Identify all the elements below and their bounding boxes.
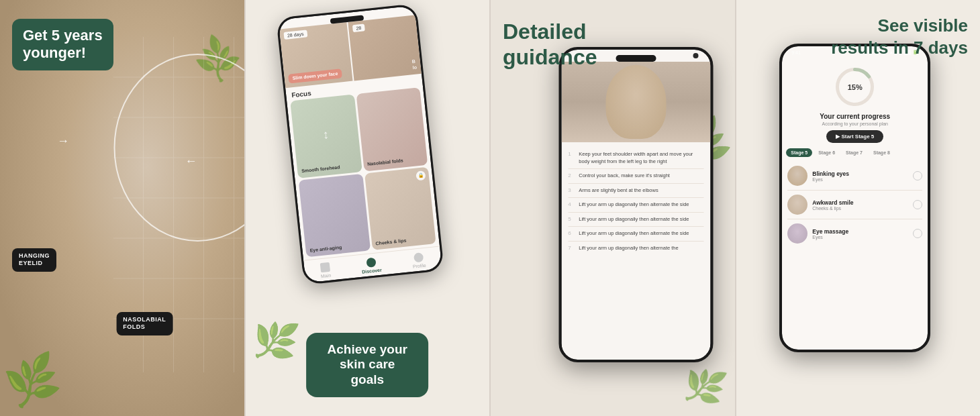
exercise-cat-awkward: Cheeks & lips	[812, 206, 908, 211]
grid-label-smooth: Smooth forehead	[301, 164, 340, 174]
exercise-thumb-blinking	[787, 166, 807, 186]
exercise-info-massage: Eye massage Eyes	[812, 228, 908, 240]
lock-icon: 🔒	[415, 170, 426, 180]
exercise-info-blinking: Blinking eyes Eyes	[812, 170, 908, 182]
leaf-panel2-left: 🌿	[248, 315, 301, 366]
days-badge-2: 28	[352, 23, 365, 32]
arrow-left: →	[57, 134, 69, 148]
step-2: 2 Control your back, make sure it's stra…	[568, 169, 703, 184]
panel-1-title: Get 5 years younger!	[12, 19, 113, 70]
stage-tab-5[interactable]: Stage 5	[786, 148, 812, 157]
progress-title: Your current progress	[787, 113, 922, 120]
exercise-cat-blinking: Eyes	[812, 177, 908, 182]
grid-label-eye: Eye anti-aging	[309, 244, 342, 254]
leaf-panel3-bottom: 🌿	[679, 362, 729, 411]
nasolabial-folds-label: NASOLABIAL FOLDS	[116, 312, 173, 335]
exercise-name-blinking: Blinking eyes	[812, 170, 908, 177]
exercise-item-awkward: Awkward smile Cheeks & lips	[787, 191, 922, 219]
grid-label-nasolabial: Nasolabial folds	[367, 158, 403, 168]
exercise-check-awkward	[913, 200, 922, 209]
step-3: 3 Arms are slightly bent at the elbows	[568, 184, 703, 199]
exercise-thumb-awkward	[787, 195, 807, 215]
phone-panel2: 28 days Slim down your face 28 Blo Focus…	[276, 3, 444, 285]
step-7: 7 Lift your arm up diagonally then alter…	[568, 242, 703, 256]
step-4: 4 Lift your arm up diagonally then alter…	[568, 198, 703, 213]
stage-tab-7[interactable]: Stage 7	[841, 148, 867, 157]
panel-4-title: See visible results in 7 days	[831, 15, 968, 58]
step-5: 5 Lift your arm up diagonally then alter…	[568, 213, 703, 227]
grid-label-cheeks: Cheeks & lips	[375, 238, 407, 247]
exercise-info-awkward: Awkward smile Cheeks & lips	[812, 199, 908, 211]
days-badge-1: 28 days	[284, 30, 307, 40]
grid-item-cheeks[interactable]: 🔒 Cheeks & lips	[364, 166, 436, 250]
stage-tab-6[interactable]: Stage 6	[814, 148, 840, 157]
start-stage-button[interactable]: ▶ Start Stage 5	[826, 130, 883, 143]
nav-profile[interactable]: Profile	[411, 252, 426, 269]
arrow-right: ←	[185, 154, 197, 168]
panel-get-younger: → ← Get 5 years younger! HANGING EYELID …	[0, 0, 244, 416]
progress-subtitle: According to your personal plan	[782, 121, 928, 126]
step-6: 6 Lift your arm up diagonally then alter…	[568, 227, 703, 242]
nav-main[interactable]: Main	[320, 262, 332, 278]
phone-panel3: 1 Keep your feet shoulder width apart an…	[558, 47, 713, 362]
exercise-check-blinking	[913, 171, 922, 180]
exercise-list: Blinking eyes Eyes Awkward smile Cheeks …	[782, 162, 928, 248]
exercise-item-massage: Eye massage Eyes	[787, 219, 922, 248]
slim-badge: Slim down your face	[288, 68, 342, 84]
panel-2-bottom-badge: Achieve your skin care goals	[306, 333, 428, 397]
exercise-item-blinking: Blinking eyes Eyes	[787, 162, 922, 191]
step-1: 1 Keep your feet shoulder width apart an…	[568, 148, 703, 169]
nav-discover[interactable]: Discover	[360, 257, 382, 274]
hanging-eyelid-label: HANGING EYELID	[12, 248, 56, 272]
exercise-name-awkward: Awkward smile	[812, 199, 908, 206]
exercise-cat-massage: Eyes	[812, 235, 908, 240]
grid-item-eye[interactable]: Eye anti-aging	[299, 173, 371, 257]
phone-panel4: ▲▲▲ ▓▓ 🔋 9:41 15% Your current progress …	[779, 44, 930, 352]
panel-visible-results: See visible results in 7 days ▲▲▲ ▓▓ 🔋 9…	[736, 0, 981, 416]
stage-tab-8[interactable]: Stage 8	[869, 148, 895, 157]
stage-tabs: Stage 5 Stage 6 Stage 7 Stage 8	[782, 148, 928, 157]
grid-item-smooth[interactable]: Smooth forehead ↕	[290, 95, 362, 178]
panel-skin-care: 🌿 28 days Slim down your face 28 Blo	[246, 0, 490, 416]
exercise-name-massage: Eye massage	[812, 228, 908, 235]
progress-percent: 15%	[848, 83, 863, 91]
exercise-thumb-massage	[787, 223, 807, 244]
progress-circle-container: 15%	[782, 65, 928, 109]
panel-3-title: Detailed guidance	[503, 19, 597, 70]
grid-item-nasolabial[interactable]: Nasolabial folds	[356, 87, 428, 171]
exercise-check-massage	[913, 229, 922, 238]
panel-detailed-guidance: Detailed guidance 🌿 🌿 1 K	[491, 0, 735, 416]
